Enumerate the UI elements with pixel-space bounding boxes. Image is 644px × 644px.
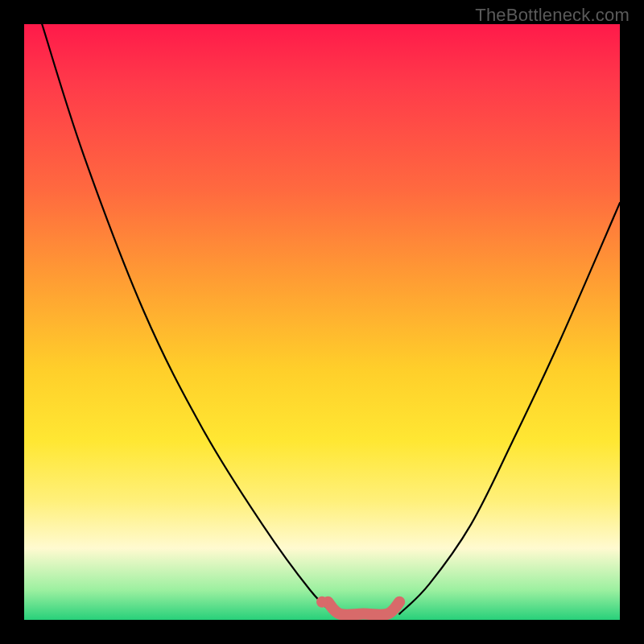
left-dot (316, 597, 328, 608)
right-curve (399, 203, 620, 614)
bottom-highlight-line (328, 602, 399, 615)
chart-plot-area (24, 24, 620, 620)
watermark-text: TheBottleneck.com (475, 5, 630, 26)
chart-svg (24, 24, 620, 620)
chart-lines (42, 24, 620, 615)
chart-frame: TheBottleneck.com (0, 0, 644, 644)
left-curve (42, 24, 334, 614)
